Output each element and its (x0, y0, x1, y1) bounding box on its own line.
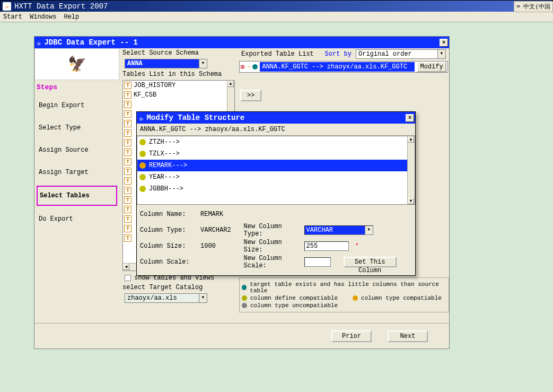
step-do-export[interactable]: Do Export (34, 208, 119, 230)
dialog-subtitle: ANNA.KF_GGTC --> zhaoyx/aa.xls.KF_GGTC (137, 124, 415, 136)
status-icon (139, 162, 146, 169)
next-button[interactable]: Next (388, 330, 428, 342)
sortby-label: Sort by (325, 50, 352, 58)
menu-start[interactable]: Start (3, 13, 22, 21)
expand-icon[interactable]: ⊞ (241, 63, 244, 71)
col-scale-label: Column Scale: (140, 258, 196, 266)
java-icon: ☕ (3, 2, 11, 11)
status-dot-icon (252, 64, 258, 69)
col-type-value: VARCHAR2 (200, 227, 231, 234)
column-row-selected[interactable]: REMARK---> (137, 160, 415, 171)
new-scale-input[interactable] (304, 257, 331, 267)
wizard-titlebar: ☕ JDBC Data Expert -- 1 × (34, 37, 449, 48)
export-row[interactable]: ⊞ → ANNA.KF_GGTC --> zhaoyx/aa.xls.KF_GG… (240, 62, 447, 72)
table-icon: T (124, 91, 131, 99)
exported-list-label: Exported Table List (241, 50, 314, 58)
col-size-value: 1000 (200, 242, 216, 250)
status-icon (139, 139, 146, 145)
scroll-down-icon[interactable]: ▼ (408, 198, 414, 204)
source-schema-label: Select Source Schema (120, 48, 237, 58)
legend-dot-green-icon (242, 295, 247, 301)
status-icon (139, 174, 146, 180)
column-form: Column Name:REMARK Column Type:VARCHAR2 … (137, 205, 415, 272)
column-row[interactable]: TZLX---> (137, 148, 415, 160)
legend-dot-orange-icon (353, 295, 358, 301)
step-select-tables[interactable]: Select Tables (37, 186, 117, 206)
col-size-label: Column Size: (140, 242, 196, 250)
chevron-down-icon[interactable]: ▼ (365, 226, 373, 234)
column-row[interactable]: JGBBH---> (137, 183, 415, 195)
scroll-left-icon[interactable]: ◀ (123, 264, 129, 270)
eagle-image: 🦅 (34, 48, 119, 80)
chevron-down-icon[interactable]: ▼ (199, 59, 207, 68)
table-icon: T (124, 82, 131, 89)
target-catalog-label: select Target Catalog (120, 283, 237, 292)
new-scale-label: New Column Scale: (244, 255, 300, 269)
exported-table-list[interactable]: ⊞ → ANNA.KF_GGTC --> zhaoyx/aa.xls.KF_GG… (239, 61, 448, 73)
table-row[interactable]: TKF_CSB (123, 90, 234, 100)
table-row[interactable]: TJOB_HISTORY (123, 81, 234, 90)
prior-button[interactable]: Prior (331, 330, 372, 342)
step-assign-target[interactable]: Assign Target (34, 161, 119, 184)
legend-dot-teal-icon (242, 285, 247, 290)
legend-panel: target table exists and has little colum… (239, 277, 449, 312)
scroll-up-icon[interactable]: ▲ (408, 136, 414, 143)
col-name-value: REMARK (200, 211, 223, 218)
chevron-down-icon[interactable]: ▼ (199, 294, 207, 302)
step-begin-export[interactable]: Begin Export (34, 94, 119, 117)
step-assign-source[interactable]: Assign Source (34, 139, 119, 161)
required-asterisk-icon: * (355, 242, 359, 250)
ime-indicator[interactable]: ⌨ 中文(中国 (514, 1, 553, 12)
keyboard-icon: ⌨ (516, 4, 520, 10)
move-right-button[interactable]: >> (240, 90, 261, 101)
col-type-label: Column Type: (140, 227, 196, 234)
checkbox-icon[interactable] (125, 275, 131, 281)
new-type-select[interactable]: VARCHAR ▼ (304, 225, 373, 235)
close-icon[interactable]: × (406, 114, 414, 122)
source-schema-select[interactable]: ANNA ▼ (125, 59, 207, 68)
nav-bar: Prior Next (34, 323, 449, 349)
legend-dot-gray-icon (242, 303, 247, 308)
status-icon (139, 186, 146, 192)
new-size-label: New Column Size: (244, 239, 300, 254)
new-size-input[interactable]: 255 (304, 241, 349, 251)
scrollbar-vertical[interactable]: ▲ ▼ (407, 136, 415, 204)
dialog-titlebar: ☕ Modify Table Structure × (137, 112, 415, 124)
status-icon (139, 151, 146, 157)
menu-windows[interactable]: Windows (30, 13, 56, 21)
step-select-type[interactable]: Select Type (34, 117, 119, 139)
column-row[interactable]: ZTZH---> (137, 136, 415, 148)
wizard-title: JDBC Data Expert -- 1 (44, 38, 137, 47)
tables-list-label: Tables List in this Schema (120, 69, 237, 79)
menubar: Start Windows Help (0, 12, 553, 22)
chevron-down-icon[interactable]: ▼ (437, 50, 445, 58)
column-row[interactable]: YEAR---> (137, 171, 415, 183)
set-column-button[interactable]: Set This Column (344, 257, 397, 267)
java-icon: ☕ (139, 114, 143, 123)
close-icon[interactable]: × (440, 39, 448, 47)
scroll-up-icon[interactable]: ▲ (227, 81, 234, 87)
java-icon: ☕ (37, 38, 41, 47)
modify-table-dialog: ☕ Modify Table Structure × ANNA.KF_GGTC … (136, 111, 416, 276)
arrow-icon: → (247, 63, 250, 71)
app-title: HXTT Data Export 2007 (14, 2, 108, 11)
steps-heading: Steps (34, 80, 119, 94)
target-catalog-select[interactable]: zhaoyx/aa.xls ▼ (125, 293, 207, 303)
column-list[interactable]: ZTZH---> TZLX---> REMARK---> YEAR---> JG… (137, 136, 415, 205)
col-name-label: Column Name: (140, 211, 196, 218)
app-titlebar: ☕ HXTT Data Export 2007 (0, 0, 553, 12)
sortby-select[interactable]: Original order ▼ (356, 49, 446, 59)
modify-button[interactable]: Modify (417, 62, 446, 72)
new-type-label: New Column Type: (244, 223, 300, 238)
export-column: Exported Table List Sort by Original ord… (239, 48, 448, 73)
menu-help[interactable]: Help (64, 13, 79, 21)
dialog-title: Modify Table Structure (146, 114, 244, 122)
steps-sidebar: 🦅 Steps Begin Export Select Type Assign … (34, 48, 119, 329)
